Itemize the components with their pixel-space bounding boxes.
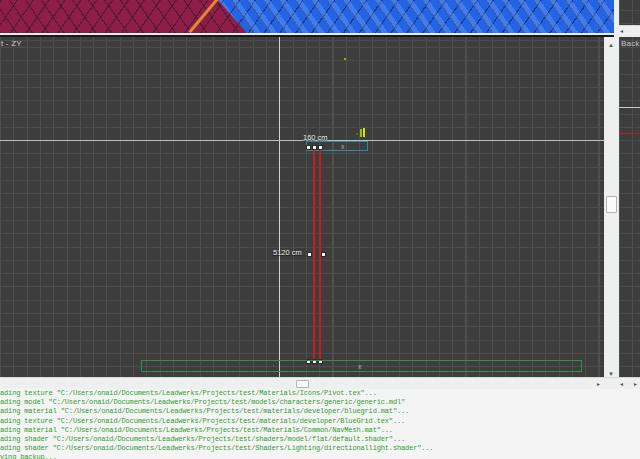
main-vscrollbar[interactable]: ▲ ▼ (605, 37, 618, 377)
resize-handle-top-right[interactable] (318, 145, 323, 150)
selection-center-marker: x (358, 363, 362, 370)
console-line: ading shader "C:/Users/onaid/Documents/L… (0, 435, 640, 444)
light-gizmo-base (356, 133, 358, 135)
light-gizmo-icon[interactable] (360, 129, 362, 137)
back-viewport[interactable]: Back (619, 37, 640, 377)
vertical-axis-line (279, 37, 280, 377)
back-axis-line (619, 107, 640, 108)
perspective-viewport[interactable] (0, 0, 614, 37)
viewport-label: t - ZY (1, 39, 22, 48)
scroll-left-icon[interactable]: ◂ (620, 381, 623, 387)
scroll-right-icon[interactable]: ▸ (634, 381, 637, 387)
resize-handle-mid-right[interactable] (321, 252, 326, 257)
console-line: ading texture "C:/Users/onaid/Documents/… (0, 389, 640, 398)
brush-outline[interactable] (313, 146, 321, 362)
console-output[interactable]: ading texture "C:/Users/onaid/Documents/… (0, 389, 640, 459)
scroll-up-icon[interactable]: ▲ (608, 42, 614, 48)
brush-width-label: 160 cm (303, 133, 328, 142)
hscrollbar-thumb[interactable] (296, 380, 309, 388)
viewport-label: Back (621, 39, 640, 48)
light-gizmo-icon[interactable] (363, 128, 365, 137)
console-line: ading shader "C:/Users/onaid/Documents/L… (0, 444, 640, 453)
console-line: ading texture "C:/Users/onaid/Documents/… (0, 417, 640, 426)
console-line: ading material "C:/Users/onaid/Documents… (0, 426, 640, 435)
horizontal-axis-line (0, 140, 604, 141)
top-right-viewport[interactable] (619, 0, 640, 25)
console-line: ving backup... (0, 453, 640, 459)
resize-handle-top-mid[interactable] (312, 145, 317, 150)
back-brush-line (619, 133, 640, 134)
scroll-left-icon[interactable]: ◂ (620, 28, 623, 34)
vertex-dot (344, 58, 346, 60)
brush-height-label: 5120 cm (273, 248, 302, 257)
top-right-hscrollbar[interactable]: ◂ (619, 25, 640, 35)
console-line: ading material "C:/Users/onaid/Documents… (0, 407, 640, 416)
scroll-right-icon[interactable]: ▸ (597, 381, 600, 387)
console-line: ading model "C:/Users/onaid/Documents/Le… (0, 398, 640, 407)
selection-center-marker: x (341, 143, 345, 150)
selection-box-floor[interactable]: x (141, 360, 582, 372)
vscrollbar-thumb[interactable] (606, 196, 617, 213)
main-viewport-zy[interactable]: t - ZY x 160 cm 5120 cm x (0, 37, 604, 377)
resize-handle-mid-left[interactable] (307, 252, 312, 257)
resize-handle-top-left[interactable] (306, 145, 311, 150)
